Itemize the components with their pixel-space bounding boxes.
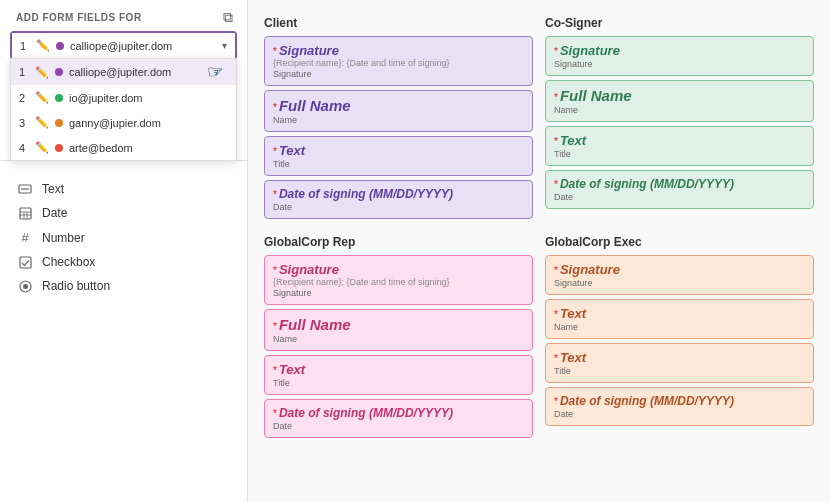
edit-icon: ✏️ bbox=[36, 39, 50, 52]
globalexec-column-title: GlobalCorp Exec bbox=[545, 235, 814, 249]
date-field-label: Date bbox=[42, 206, 67, 220]
globalrep-signature-block[interactable]: *Signature {Recipient name}: {Date and t… bbox=[264, 255, 533, 305]
client-signature-block[interactable]: *Signature {Recipient name}: {Date and t… bbox=[264, 36, 533, 86]
cosigner-signature-block[interactable]: *Signature Signature bbox=[545, 36, 814, 76]
edit-icon: ✏️ bbox=[35, 116, 49, 129]
edit-icon: ✏️ bbox=[35, 141, 49, 154]
client-signature-type: Signature bbox=[273, 69, 524, 79]
svg-rect-8 bbox=[20, 208, 31, 219]
globalexec-signature-block[interactable]: *Signature Signature bbox=[545, 255, 814, 295]
globalexec-signature-type: Signature bbox=[554, 278, 805, 288]
cosigner-column: Co-Signer *Signature Signature *Full Nam… bbox=[545, 16, 814, 223]
main-content: Client *Signature {Recipient name}: {Dat… bbox=[248, 0, 830, 502]
globalrep-fullname-block[interactable]: *Full Name Name bbox=[264, 309, 533, 351]
radio-field-label: Radio button bbox=[42, 279, 110, 293]
dropdown-item-2[interactable]: 2 ✏️ io@jupiter.dom bbox=[11, 85, 236, 110]
edit-icon: ✏️ bbox=[35, 66, 49, 79]
client-fullname-value: Full Name bbox=[279, 97, 351, 114]
radio-icon bbox=[16, 280, 34, 293]
globalrep-column-title: GlobalCorp Rep bbox=[264, 235, 533, 249]
text-field-label: Text bbox=[42, 182, 64, 196]
hash-icon: # bbox=[16, 230, 34, 245]
top-columns-row: Client *Signature {Recipient name}: {Dat… bbox=[264, 16, 814, 223]
text-field-item[interactable]: Text bbox=[16, 177, 231, 201]
globalrep-fullname-value: Full Name bbox=[279, 316, 351, 333]
recipient-num: 1 bbox=[20, 40, 30, 52]
chevron-down-icon: ▾ bbox=[222, 40, 227, 51]
cosigner-signature-type: Signature bbox=[554, 59, 805, 69]
client-text-block[interactable]: *Text Title bbox=[264, 136, 533, 176]
cosigner-text-block[interactable]: *Text Title bbox=[545, 126, 814, 166]
checkbox-icon bbox=[16, 256, 34, 269]
text-icon bbox=[16, 183, 34, 195]
cosigner-fullname-type: Name bbox=[554, 105, 805, 115]
globalexec-date-value: Date of signing (MM/DD/YYYY) bbox=[560, 394, 734, 408]
globalexec-text-value: Text bbox=[560, 350, 586, 365]
dropdown-item-4[interactable]: 4 ✏️ arte@bedom bbox=[11, 135, 236, 160]
globalexec-text-type: Title bbox=[554, 366, 805, 376]
globalrep-text-block[interactable]: *Text Title bbox=[264, 355, 533, 395]
cosigner-fullname-value: Full Name bbox=[560, 87, 632, 104]
globalrep-signature-type: Signature bbox=[273, 288, 524, 298]
checkbox-field-item[interactable]: Checkbox bbox=[16, 250, 231, 274]
cosigner-text-type: Title bbox=[554, 149, 805, 159]
cosigner-date-type: Date bbox=[554, 192, 805, 202]
dropdown-item-1[interactable]: 1 ✏️ calliope@jupiter.dom ✓ bbox=[11, 59, 236, 85]
globalexec-column: GlobalCorp Exec *Signature Signature *Te… bbox=[545, 235, 814, 442]
globalrep-signature-subtext: {Recipient name}: {Date and time of sign… bbox=[273, 277, 524, 287]
checkbox-field-label: Checkbox bbox=[42, 255, 95, 269]
globalrep-date-type: Date bbox=[273, 421, 524, 431]
globalexec-name-block[interactable]: *Text Name bbox=[545, 299, 814, 339]
globalrep-date-value: Date of signing (MM/DD/YYYY) bbox=[279, 406, 453, 420]
globalexec-signature-value: Signature bbox=[560, 262, 620, 277]
globalrep-date-block[interactable]: *Date of signing (MM/DD/YYYY) Date bbox=[264, 399, 533, 438]
globalexec-text-block[interactable]: *Text Title bbox=[545, 343, 814, 383]
cursor-pointer: ☞ bbox=[207, 61, 223, 83]
number-field-item[interactable]: # Number bbox=[16, 225, 231, 250]
recipient-color-dot bbox=[56, 42, 64, 50]
client-text-value: Text bbox=[279, 143, 305, 158]
copy-icon[interactable]: ⧉ bbox=[223, 9, 233, 26]
globalrep-text-type: Title bbox=[273, 378, 524, 388]
svg-rect-13 bbox=[20, 257, 31, 268]
client-text-type: Title bbox=[273, 159, 524, 169]
date-grid-icon bbox=[16, 207, 34, 220]
cosigner-fullname-block[interactable]: *Full Name Name bbox=[545, 80, 814, 122]
number-field-label: Number bbox=[42, 231, 85, 245]
cosigner-column-title: Co-Signer bbox=[545, 16, 814, 30]
globalexec-name-type: Name bbox=[554, 322, 805, 332]
cosigner-date-value: Date of signing (MM/DD/YYYY) bbox=[560, 177, 734, 191]
dropdown-item-3[interactable]: 3 ✏️ ganny@jupier.dom bbox=[11, 110, 236, 135]
client-fullname-type: Name bbox=[273, 115, 524, 125]
client-signature-value: Signature bbox=[279, 43, 339, 58]
client-fullname-block[interactable]: *Full Name Name bbox=[264, 90, 533, 132]
client-date-value: Date of signing (MM/DD/YYYY) bbox=[279, 187, 453, 201]
cosigner-signature-value: Signature bbox=[560, 43, 620, 58]
svg-point-15 bbox=[23, 284, 28, 289]
sidebar-title: ADD FORM FIELDS FOR bbox=[0, 12, 247, 31]
recipient-dropdown-list: 1 ✏️ calliope@jupiter.dom ✓ 2 ✏️ io@jupi… bbox=[10, 58, 237, 161]
recipient-email: calliope@jupiter.dom bbox=[70, 40, 222, 52]
date-field-item[interactable]: Date bbox=[16, 201, 231, 225]
globalrep-signature-value: Signature bbox=[279, 262, 339, 277]
client-column: Client *Signature {Recipient name}: {Dat… bbox=[264, 16, 533, 223]
client-column-title: Client bbox=[264, 16, 533, 30]
globalrep-text-value: Text bbox=[279, 362, 305, 377]
cosigner-date-block[interactable]: *Date of signing (MM/DD/YYYY) Date bbox=[545, 170, 814, 209]
recipient-dropdown[interactable]: 1 ✏️ calliope@jupiter.dom ▾ 1 ✏️ calliop… bbox=[10, 31, 237, 60]
client-date-type: Date bbox=[273, 202, 524, 212]
edit-icon: ✏️ bbox=[35, 91, 49, 104]
globalexec-date-type: Date bbox=[554, 409, 805, 419]
client-signature-subtext: {Recipient name}: {Date and time of sign… bbox=[273, 58, 524, 68]
bottom-columns-row: GlobalCorp Rep *Signature {Recipient nam… bbox=[264, 235, 814, 442]
recipient-selected-row[interactable]: 1 ✏️ calliope@jupiter.dom ▾ bbox=[12, 33, 235, 58]
globalexec-name-value: Text bbox=[560, 306, 586, 321]
standard-fields-section: Text Date # Number bbox=[0, 169, 247, 302]
globalexec-date-block[interactable]: *Date of signing (MM/DD/YYYY) Date bbox=[545, 387, 814, 426]
client-date-block[interactable]: *Date of signing (MM/DD/YYYY) Date bbox=[264, 180, 533, 219]
radio-field-item[interactable]: Radio button bbox=[16, 274, 231, 298]
globalrep-column: GlobalCorp Rep *Signature {Recipient nam… bbox=[264, 235, 533, 442]
cosigner-text-value: Text bbox=[560, 133, 586, 148]
globalrep-fullname-type: Name bbox=[273, 334, 524, 344]
sidebar: ADD FORM FIELDS FOR ⧉ 1 ✏️ calliope@jupi… bbox=[0, 0, 248, 502]
